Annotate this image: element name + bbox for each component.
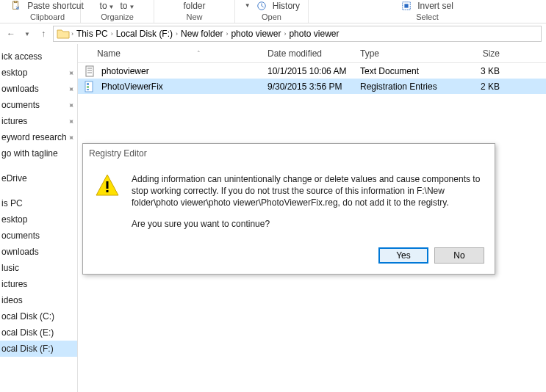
clipboard-section-label: Clipboard: [30, 12, 65, 21]
ribbon-organize: to▼ to▼ Organize: [81, 0, 154, 23]
organize-section-label: Organize: [101, 12, 134, 21]
sidebar-item[interactable]: esktop✦: [0, 65, 77, 81]
sidebar-item[interactable]: is PC: [0, 195, 77, 211]
dialog-title: Registry Editor: [83, 144, 495, 163]
file-name: PhotoViewerFix: [101, 81, 163, 92]
nav-up-button[interactable]: ↑: [37, 27, 50, 40]
sidebar-item[interactable]: esktop: [0, 211, 77, 228]
sort-indicator-icon: ˄: [197, 50, 201, 57]
nav-back-button[interactable]: ←: [4, 27, 18, 40]
pin-icon: ✦: [65, 115, 77, 127]
sidebar-item[interactable]: lusic: [0, 260, 77, 276]
sidebar-item[interactable]: ocal Disk (C:): [0, 308, 77, 324]
sidebar-item[interactable]: eDrive: [0, 170, 77, 186]
crumb[interactable]: Local Disk (F:): [115, 29, 174, 39]
sidebar-item[interactable]: ocuments✦: [0, 97, 77, 113]
nav-recent-chevron-icon[interactable]: ▼: [21, 27, 34, 40]
svg-rect-12: [87, 89, 89, 90]
crumb[interactable]: New folder: [179, 29, 224, 39]
history-label[interactable]: History: [273, 1, 300, 11]
file-name: photoviewer: [101, 66, 149, 76]
sidebar-item[interactable]: ownloads✦: [0, 81, 77, 97]
sidebar-item-label: is PC: [1, 198, 23, 208]
crumb[interactable]: This PC: [75, 29, 109, 39]
sidebar-item[interactable]: ocal Disk (E:): [0, 324, 77, 341]
svg-rect-4: [405, 4, 409, 7]
sidebar-item[interactable]: ocal Disk (F:): [0, 341, 77, 357]
ribbon-new: folder New: [154, 0, 235, 23]
sidebar-item[interactable]: eyword research✦: [0, 129, 77, 145]
address-bar: ← ▼ ↑ › This PC › Local Disk (F:) › New …: [0, 23, 546, 44]
chevron-right-icon: ›: [174, 30, 179, 37]
new-folder-label[interactable]: folder: [183, 1, 205, 11]
file-size: 3 KB: [454, 66, 506, 76]
sidebar-item[interactable]: go with tagline: [0, 145, 77, 161]
sidebar-item-label: ownloads: [1, 247, 39, 257]
navigation-pane[interactable]: ick accessesktop✦ownloads✦ocuments✦ictur…: [0, 44, 78, 392]
chevron-right-icon: ›: [109, 30, 115, 37]
chevron-right-icon: ›: [224, 30, 229, 37]
pin-icon: ✦: [65, 99, 77, 111]
registry-editor-dialog: Registry Editor Adding information can u…: [82, 143, 495, 275]
svg-rect-10: [87, 83, 89, 85]
column-headers: Name ˄ Date modified Type Size: [78, 44, 546, 63]
history-icon: [256, 1, 267, 11]
warning-icon: [95, 173, 120, 230]
file-row[interactable]: PhotoViewerFix9/30/2015 3:56 PMRegistrat…: [78, 79, 546, 94]
svg-rect-13: [107, 181, 109, 189]
sidebar-item-label: ideos: [1, 295, 23, 305]
file-row[interactable]: photoviewer10/1/2015 10:06 AMText Docume…: [78, 63, 546, 79]
file-type: Text Document: [354, 66, 454, 76]
column-type[interactable]: Type: [354, 48, 454, 59]
sidebar-item-label: esktop: [1, 214, 27, 225]
chevron-right-icon: ›: [70, 30, 75, 37]
column-date[interactable]: Date modified: [262, 48, 354, 59]
sidebar-item-label: ick access: [1, 51, 42, 62]
crumb[interactable]: photo viewer: [287, 29, 340, 39]
open-section-label: Open: [262, 12, 281, 21]
sidebar-item[interactable]: ideos: [0, 292, 77, 308]
move-to-label[interactable]: to▼: [100, 1, 115, 11]
svg-rect-14: [107, 190, 109, 192]
sidebar-item[interactable]: ick access: [0, 48, 77, 65]
pin-icon: ✦: [65, 83, 77, 95]
folder-icon: [57, 28, 70, 40]
sidebar-item-label: ocal Disk (E:): [1, 327, 54, 338]
sidebar-item-label: ictures: [1, 279, 27, 289]
paste-shortcut-icon: [11, 1, 21, 11]
invert-selection-icon: [401, 1, 412, 11]
sidebar-item-label: esktop: [1, 68, 27, 78]
no-button[interactable]: No: [434, 247, 484, 264]
svg-rect-11: [87, 86, 89, 88]
chevron-down-icon: ▼: [129, 4, 135, 10]
ribbon-open: ▼ History Open: [235, 0, 309, 23]
paste-shortcut-label[interactable]: Paste shortcut: [27, 1, 84, 11]
svg-rect-1: [15, 1, 18, 3]
column-size[interactable]: Size: [454, 48, 506, 59]
sidebar-item[interactable]: ictures✦: [0, 113, 77, 129]
yes-button[interactable]: Yes: [378, 247, 428, 264]
sidebar-item[interactable]: ocuments: [0, 228, 77, 244]
file-date: 9/30/2015 3:56 PM: [262, 81, 354, 92]
invert-selection-label[interactable]: Invert sel: [417, 1, 453, 11]
file-date: 10/1/2015 10:06 AM: [262, 66, 354, 76]
sidebar-item-label: ownloads: [1, 84, 39, 94]
chevron-down-icon[interactable]: ▼: [245, 2, 251, 9]
file-icon: [84, 81, 96, 92]
sidebar-item[interactable]: ictures: [0, 276, 77, 292]
chevron-down-icon: ▼: [109, 4, 115, 10]
sidebar-item-label: ocal Disk (F:): [1, 344, 54, 354]
ribbon: Paste shortcut Clipboard to▼ to▼ Organiz…: [0, 0, 546, 23]
sidebar-item[interactable]: ownloads: [0, 244, 77, 260]
column-name[interactable]: Name ˄: [78, 48, 262, 59]
breadcrumb[interactable]: › This PC › Local Disk (F:) › New folder…: [53, 26, 542, 42]
copy-to-label[interactable]: to▼: [121, 1, 135, 11]
file-icon: [84, 65, 96, 77]
dialog-message: Adding information can unintentionally c…: [132, 173, 483, 230]
file-type: Registration Entries: [354, 81, 454, 92]
sidebar-item-label: eDrive: [1, 173, 27, 184]
sidebar-item-label: ocuments: [1, 100, 40, 110]
pin-icon: ✦: [65, 131, 77, 143]
sidebar-item-label: ocal Disk (C:): [1, 311, 54, 322]
crumb[interactable]: photo viewer: [229, 29, 282, 39]
